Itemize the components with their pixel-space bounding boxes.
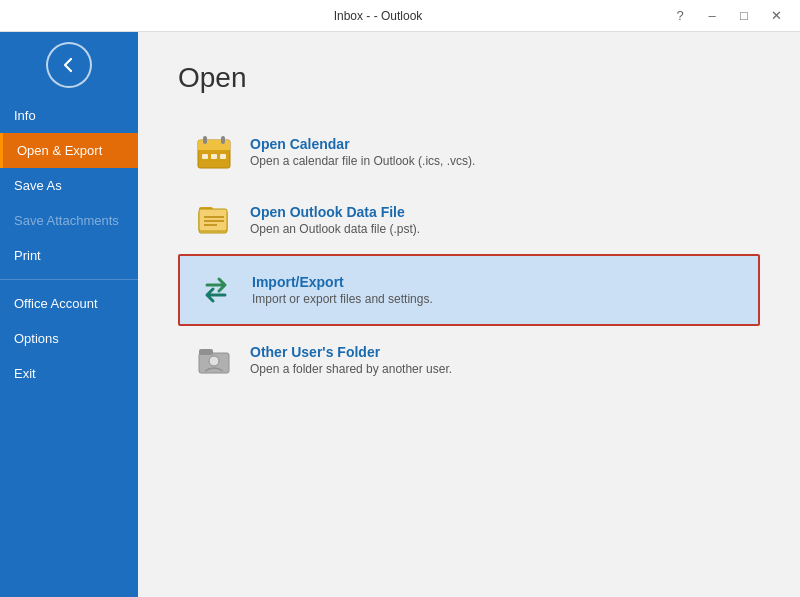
svg-rect-3	[203, 136, 207, 144]
open-data-file-item[interactable]: Open Outlook Data File Open an Outlook d…	[178, 186, 760, 254]
content-area: Open Open Calend	[138, 32, 800, 597]
import-export-desc: Import or export files and settings.	[252, 292, 433, 306]
sidebar-item-save-as[interactable]: Save As	[0, 168, 138, 203]
other-users-folder-text: Other User's Folder Open a folder shared…	[250, 344, 452, 376]
titlebar-title: Inbox - - Outlook	[90, 9, 666, 23]
sidebar-nav: Info Open & Export Save As Save Attachme…	[0, 98, 138, 597]
svg-rect-16	[199, 349, 213, 355]
calendar-icon	[194, 132, 234, 172]
sidebar-item-print[interactable]: Print	[0, 238, 138, 273]
svg-rect-6	[211, 154, 217, 159]
open-calendar-desc: Open a calendar file in Outlook (.ics, .…	[250, 154, 475, 168]
svg-rect-14	[199, 273, 233, 307]
sidebar-item-exit[interactable]: Exit	[0, 356, 138, 391]
help-icon[interactable]: ?	[666, 2, 694, 30]
open-data-file-title: Open Outlook Data File	[250, 204, 420, 220]
sidebar-item-info[interactable]: Info	[0, 98, 138, 133]
sidebar-item-office-account[interactable]: Office Account	[0, 286, 138, 321]
app-container: Info Open & Export Save As Save Attachme…	[0, 32, 800, 597]
import-export-text: Import/Export Import or export files and…	[252, 274, 433, 306]
svg-rect-2	[198, 146, 230, 150]
sidebar-item-options[interactable]: Options	[0, 321, 138, 356]
options-list: Open Calendar Open a calendar file in Ou…	[178, 118, 760, 394]
import-export-item[interactable]: Import/Export Import or export files and…	[178, 254, 760, 326]
sidebar: Info Open & Export Save As Save Attachme…	[0, 32, 138, 597]
svg-rect-4	[221, 136, 225, 144]
titlebar-controls: ? – □ ✕	[666, 2, 790, 30]
open-calendar-item[interactable]: Open Calendar Open a calendar file in Ou…	[178, 118, 760, 186]
other-users-folder-desc: Open a folder shared by another user.	[250, 362, 452, 376]
datafile-icon	[194, 200, 234, 240]
import-export-title: Import/Export	[252, 274, 433, 290]
sidebar-item-save-attachments: Save Attachments	[0, 203, 138, 238]
svg-rect-7	[220, 154, 226, 159]
back-button[interactable]	[46, 42, 92, 88]
svg-rect-10	[199, 209, 227, 231]
userfolder-icon	[194, 340, 234, 380]
minimize-button[interactable]: –	[698, 2, 726, 30]
sidebar-divider	[0, 279, 138, 280]
open-calendar-text: Open Calendar Open a calendar file in Ou…	[250, 136, 475, 168]
other-users-folder-item[interactable]: Other User's Folder Open a folder shared…	[178, 326, 760, 394]
open-data-file-text: Open Outlook Data File Open an Outlook d…	[250, 204, 420, 236]
other-users-folder-title: Other User's Folder	[250, 344, 452, 360]
svg-rect-5	[202, 154, 208, 159]
restore-button[interactable]: □	[730, 2, 758, 30]
page-title: Open	[178, 62, 760, 94]
close-button[interactable]: ✕	[762, 2, 790, 30]
titlebar: Inbox - - Outlook ? – □ ✕	[0, 0, 800, 32]
sidebar-item-open-export[interactable]: Open & Export	[0, 133, 138, 168]
open-calendar-title: Open Calendar	[250, 136, 475, 152]
import-export-icon	[196, 270, 236, 310]
open-data-file-desc: Open an Outlook data file (.pst).	[250, 222, 420, 236]
svg-point-17	[209, 356, 219, 366]
